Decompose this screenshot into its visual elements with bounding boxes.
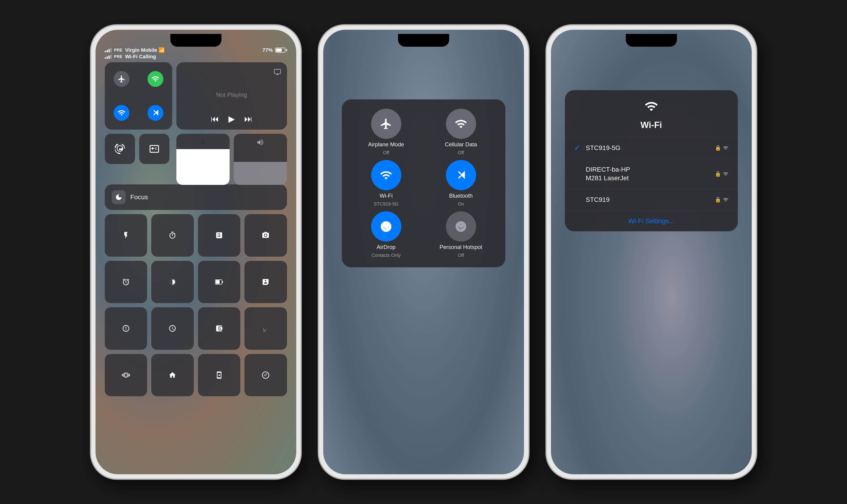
battery-fill: [276, 49, 282, 52]
shazam-button[interactable]: [245, 354, 287, 396]
exp-airplane-circle: [371, 109, 401, 139]
wifi-signal-icon-2: [723, 171, 728, 177]
focus-block[interactable]: Focus: [105, 184, 287, 210]
grid-row-2: [105, 261, 287, 303]
exp-wifi[interactable]: Wi-Fi STC919-5G: [351, 160, 421, 207]
exp-wifi-svg: [380, 169, 392, 182]
wifi-network-name-2: DIRECT-ba-HPM281 LaserJet: [586, 165, 710, 182]
battery-widget-button[interactable]: [198, 261, 241, 303]
airplay-icon[interactable]: [274, 68, 281, 75]
rewind-button[interactable]: ⏮: [211, 114, 219, 124]
alarm-button[interactable]: [105, 261, 147, 303]
carrier-name: Virgin Mobile: [125, 47, 157, 53]
target-button[interactable]: [105, 307, 147, 350]
exp-airplane-svg: [380, 118, 392, 130]
wifi-settings-link[interactable]: Wi-Fi Settings...: [628, 217, 674, 225]
icon-row-a: [105, 134, 172, 164]
home-button[interactable]: [151, 354, 194, 396]
exp-bluetooth-svg: [456, 169, 466, 182]
bar4b: [110, 55, 111, 59]
target-icon: [122, 324, 130, 332]
exp-wifi-sublabel: STC919-5G: [374, 201, 399, 207]
status-right: 77%: [262, 47, 287, 53]
note-button[interactable]: [245, 261, 287, 303]
cc-row-1: Not Playing ⏮ ▶ ⏭: [105, 62, 287, 130]
wifi-settings-row[interactable]: Wi-Fi Settings...: [565, 211, 738, 231]
volume-slider[interactable]: [234, 134, 287, 185]
rotation-icon: [115, 144, 125, 154]
exp-bluetooth-circle: [446, 160, 476, 190]
bar1b: [105, 57, 106, 59]
wifi-signal-icon-1: [723, 145, 728, 151]
exp-hotspot[interactable]: Personal Hotspot Off: [426, 211, 496, 258]
signal-bars: [105, 48, 111, 52]
flashlight-button[interactable]: [105, 214, 147, 257]
status-left: PRE Virgin Mobile 📶 PRE Wi-Fi Calling: [105, 47, 165, 60]
bluetooth-toggle[interactable]: [139, 96, 172, 130]
cellular-svg: [151, 75, 160, 83]
wifi-network-stc919[interactable]: ✓ STC919 🔒: [565, 189, 738, 211]
svg-point-4: [262, 372, 269, 378]
wifi-check-mark: ✓: [574, 144, 581, 152]
exp-cellular-svg: [455, 118, 467, 130]
bar3: [108, 49, 110, 52]
brightness-slider[interactable]: [176, 134, 230, 185]
dark-filter-button[interactable]: [151, 261, 194, 303]
volume-icon: [256, 139, 264, 148]
brightness-fill: [176, 149, 230, 185]
cc-panel: Not Playing ⏮ ▶ ⏭: [105, 62, 287, 465]
timer-button[interactable]: [151, 214, 194, 257]
exp-airplane[interactable]: Airplane Mode Off: [351, 109, 421, 156]
world-clock-icon: [169, 324, 176, 332]
wallet-button[interactable]: [198, 307, 241, 350]
battery-body: [275, 48, 285, 53]
focus-label: Focus: [130, 194, 148, 201]
cellular-toggle[interactable]: [139, 62, 172, 96]
battery-percent: 77%: [262, 47, 272, 53]
camera-icon: [262, 231, 269, 239]
exp-airdrop-svg: [380, 220, 392, 233]
camera-button[interactable]: [245, 214, 287, 257]
world-clock-button[interactable]: [151, 307, 194, 350]
carrier-badge: PRE: [113, 48, 124, 53]
exp-bluetooth[interactable]: Bluetooth On: [426, 160, 496, 207]
ear-button[interactable]: [245, 307, 287, 350]
exp-airdrop[interactable]: AirDrop Contacts Only: [351, 211, 421, 258]
wifi-check-empty-3: ✓: [574, 196, 581, 204]
calculator-button[interactable]: [198, 214, 241, 257]
focus-moon-icon: [112, 190, 126, 204]
airplane-toggle[interactable]: [105, 62, 138, 96]
phone-2: Airplane Mode Off Cellular Data Off Wi-F…: [319, 25, 528, 479]
notch-2: [398, 34, 449, 47]
screen-1: PRE Virgin Mobile 📶 PRE Wi-Fi Calling: [95, 30, 296, 474]
screen-rotation-toggle[interactable]: [105, 134, 135, 164]
exp-airdrop-circle: [371, 211, 401, 241]
exp-cellular[interactable]: Cellular Data Off: [426, 109, 496, 156]
play-button[interactable]: ▶: [228, 114, 235, 124]
connectivity-block[interactable]: [105, 62, 172, 130]
home-icon: [169, 371, 176, 379]
screen-2: Airplane Mode Off Cellular Data Off Wi-F…: [323, 30, 524, 474]
wifi-panel-title: Wi-Fi: [640, 120, 662, 130]
wifi-network-stc919-5g[interactable]: ✓ STC919-5G 🔒: [565, 137, 738, 159]
wifi-icon-status: 📶: [158, 47, 165, 53]
svg-rect-2: [216, 280, 219, 284]
ear-icon: [262, 324, 269, 332]
phone-3: Wi-Fi ✓ STC919-5G 🔒 ✓ DIRECT-ba-HPM281 L…: [547, 25, 756, 479]
flashlight-icon: [122, 231, 130, 239]
remote-button[interactable]: [198, 354, 241, 396]
note-icon: [262, 278, 269, 286]
wifi-network-hp[interactable]: ✓ DIRECT-ba-HPM281 LaserJet 🔒: [565, 159, 738, 189]
exp-airplane-sublabel: Off: [383, 150, 389, 156]
moon-svg: [115, 194, 122, 201]
wifi-toggle[interactable]: [105, 96, 138, 130]
signal-bars-2: [105, 55, 111, 59]
wifi-lock-icon-2: 🔒: [715, 171, 721, 177]
exp-hotspot-svg: [455, 220, 467, 233]
vibrate-button[interactable]: [105, 354, 147, 396]
timer-icon: [169, 231, 176, 239]
bar4: [110, 48, 111, 52]
exp-wifi-circle: [371, 160, 401, 190]
fastforward-button[interactable]: ⏭: [244, 114, 252, 124]
screen-mirror-toggle[interactable]: [139, 134, 170, 164]
